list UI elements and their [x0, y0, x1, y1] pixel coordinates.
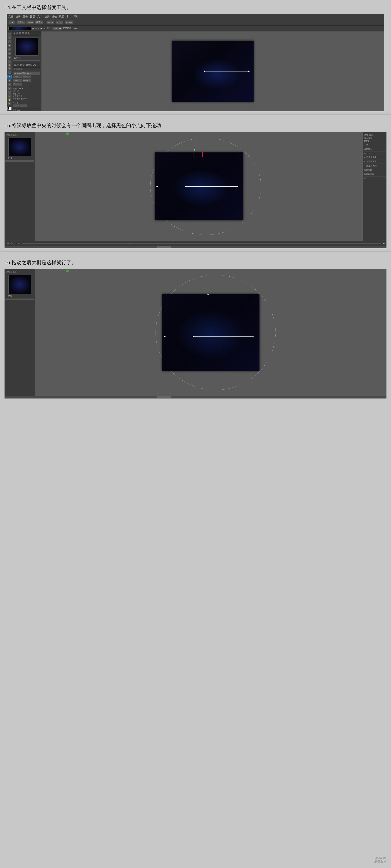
fg-color[interactable]	[7, 107, 11, 110]
tab-attrs-15[interactable]: 属性	[364, 133, 368, 136]
toolbar-14: 1▼ 正常▼ 100% 样式▼ 600px 300px 1000px	[7, 19, 384, 26]
gradient-center-dot-15	[185, 186, 186, 187]
tool-spot-heal[interactable]: ⊕	[7, 56, 11, 59]
play-btn-15[interactable]: ▶	[383, 242, 385, 245]
scale-v-input[interactable]: 100%	[22, 79, 31, 82]
track-row: 0	[13, 83, 40, 86]
tab-info-16[interactable]: 信息	[12, 271, 17, 273]
sep-14-15	[0, 114, 391, 115]
section-16: 16.拖动之后大概是这样就行了。 导航器 信息 100%	[0, 255, 391, 401]
tool-zoom[interactable]: 🔍	[7, 102, 11, 105]
blur-input[interactable]	[13, 104, 20, 107]
blend-row-15: 正常	[364, 144, 386, 147]
blue-glow-14	[192, 59, 241, 90]
scale-h-input[interactable]: 100%	[13, 79, 22, 82]
tool-pen[interactable]: ✑	[7, 83, 11, 86]
tool-select-rect[interactable]: ⬚	[7, 36, 11, 39]
thumb-slider-14[interactable]	[13, 60, 40, 61]
scroll-bar-15[interactable]	[4, 246, 387, 248]
tool-stamp[interactable]: ⊙	[7, 63, 11, 67]
tool-brush[interactable]: ✏	[7, 60, 11, 63]
grad-type-diamond[interactable]: ◇	[43, 27, 45, 30]
menu-layer[interactable]: 图层	[30, 15, 35, 18]
ps-canvas-14[interactable]	[172, 41, 254, 102]
tab-history[interactable]: 历史	[25, 32, 30, 35]
tool-shape[interactable]: ▭	[7, 94, 11, 98]
menu-bar-14[interactable]: 文件 编辑 图像 图层 文字 选择 滤镜 视图 窗口 帮助	[7, 14, 384, 19]
scroll-bar-16[interactable]	[4, 396, 387, 399]
tab-opentype[interactable]: OpenType	[26, 64, 36, 67]
toolbar-height[interactable]: 300px	[55, 20, 63, 24]
menu-select[interactable]: 选择	[45, 15, 50, 18]
tool-lasso[interactable]: ⌒	[7, 40, 11, 43]
tab-preview-15[interactable]: 导航器	[6, 133, 12, 136]
tab-para[interactable]: 段落	[20, 64, 25, 67]
opacity-label-15: 不透明度	[364, 137, 386, 140]
opacity-label: 不透明度: 100%	[63, 27, 78, 30]
grad-type-radial[interactable]: ◎	[35, 27, 37, 30]
step-16-title: 16.拖动之后大概是这样就行了。	[4, 259, 387, 266]
grad-type-angle[interactable]: ◐	[37, 27, 39, 30]
left-thumb-panel-15: 导航器 信息 100%	[4, 132, 35, 241]
tracking-input[interactable]: 0	[13, 83, 22, 86]
tool-dodge[interactable]: ◑	[7, 79, 11, 82]
tab-nav-16[interactable]: 导航器	[6, 271, 12, 273]
line-height-input[interactable]: 14.4	[22, 75, 31, 79]
blur-input-2[interactable]	[20, 104, 27, 107]
grad-type-reflect[interactable]: ◑	[40, 27, 42, 30]
tab-char[interactable]: 字符	[14, 64, 19, 67]
timeline-track-15[interactable]	[22, 243, 381, 244]
tool-move[interactable]: ↔	[7, 32, 11, 36]
menu-image[interactable]: 图像	[23, 15, 28, 18]
menu-view[interactable]: 视图	[59, 15, 64, 18]
toolbar-item-1[interactable]: 1▼	[8, 20, 15, 24]
thumb-slider-16[interactable]	[5, 299, 34, 300]
grad-type-linear[interactable]: ▦	[32, 27, 34, 30]
config-label: 配置文件:	[13, 109, 40, 111]
thumb-slider-15[interactable]	[5, 160, 34, 162]
toolbar-style[interactable]: 样式▼	[35, 20, 44, 24]
blur-section: 比例: 1:1A▼ 半径: ☑ 动态 ☑☑ 矫正描边 ☑ 对齐像素 数值: 10	[13, 87, 40, 100]
check3-row: ✓ 矩形对齐到	[364, 164, 386, 168]
green-marker-15	[66, 132, 68, 135]
scroll-thumb-15[interactable]	[157, 246, 171, 248]
tool-history-brush[interactable]: ↺	[7, 67, 11, 70]
menu-edit[interactable]: 编辑	[16, 15, 21, 18]
canvas-container-16[interactable]	[35, 269, 387, 396]
tool-path-select[interactable]: ↗	[7, 90, 11, 94]
menu-filter[interactable]: 滤镜	[52, 15, 57, 18]
ps-canvas-15[interactable]	[155, 152, 243, 220]
canvas-container-15[interactable]	[35, 132, 363, 241]
tab-layer[interactable]: 图层	[19, 32, 24, 35]
menu-help[interactable]: 帮助	[74, 15, 79, 18]
mode-dropdown[interactable]: 正常	[52, 27, 62, 30]
tool-magic-wand[interactable]: ✦	[7, 44, 11, 47]
tool-text[interactable]: T	[7, 87, 11, 90]
gradient-dot-start-14	[204, 70, 205, 72]
canvas-container-14[interactable]	[41, 31, 384, 111]
tool-crop[interactable]: ⧄	[7, 48, 11, 51]
ps-canvas-16[interactable]	[162, 294, 259, 371]
font-size-input[interactable]: 12 pt	[13, 75, 22, 79]
tab-info-15[interactable]: 信息	[12, 133, 17, 136]
tool-eraser[interactable]: ◻	[7, 71, 11, 74]
gradient-preview[interactable]	[8, 27, 31, 30]
menu-window[interactable]: 窗口	[66, 15, 71, 18]
toolbar-size[interactable]: 600px	[47, 20, 54, 24]
tab-color[interactable]: 色板	[13, 32, 18, 35]
toolbar-res[interactable]: 1000px	[65, 20, 74, 24]
menu-file[interactable]: 文件	[8, 15, 13, 18]
top-center-dot-16	[207, 293, 209, 296]
to-label-15: To	[364, 178, 386, 180]
scroll-thumb-16[interactable]	[157, 396, 171, 398]
section-14: 14.在工具栏中选择渐变工具。 文件 编辑 图像 图层 文字 选择 滤镜 视图 …	[0, 0, 391, 114]
font-name-select[interactable]: Ae Adobe 宋体 Std L	[13, 71, 40, 75]
tool-eyedropper[interactable]: ✒	[7, 52, 11, 55]
tool-hand[interactable]: ✋	[7, 98, 11, 101]
menu-text[interactable]: 文字	[37, 15, 42, 18]
toolbar-opacity[interactable]: 100%	[26, 20, 34, 24]
font-name-row: Ae Adobe 宋体 Std L	[13, 71, 40, 75]
toolbar-blend-mode[interactable]: 正常▼	[17, 20, 25, 24]
tab-layers-15[interactable]: 图层	[369, 133, 373, 136]
tool-gradient[interactable]: ▣	[7, 75, 11, 78]
